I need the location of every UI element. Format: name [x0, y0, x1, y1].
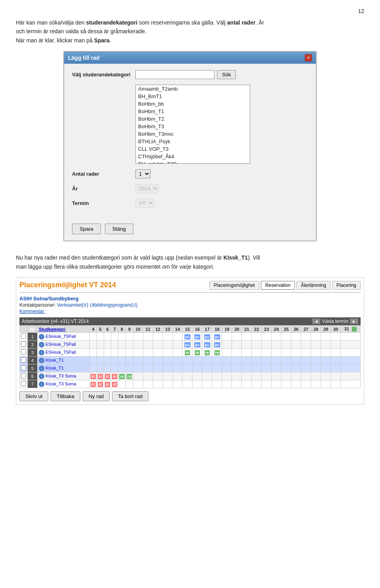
- row-checkbox-6[interactable]: [21, 381, 26, 386]
- spara-button[interactable]: Spara: [72, 224, 101, 234]
- category-item-6[interactable]: BoHbm_T3mvc: [136, 130, 250, 138]
- col-23: 23: [262, 325, 272, 332]
- category-listbox[interactable]: Amaamb_T2ambBH_BmT1BoHbm_bbBoHbm_T1BoHbm…: [135, 85, 250, 164]
- cell-r0w21: [281, 333, 291, 341]
- nav-btn-aterlamnning[interactable]: Återlämning: [296, 281, 331, 290]
- cell-r4w0: [89, 364, 97, 372]
- cell-r4w15: [222, 364, 232, 372]
- col-24: 24: [272, 325, 281, 332]
- cell-r4w5: [125, 364, 133, 372]
- cell-r2w19: [262, 349, 272, 357]
- cell-r0w11: pc: [182, 333, 192, 341]
- stud-link-6[interactable]: KIssk_T3 Soma: [44, 381, 76, 386]
- info-icon-6[interactable]: i: [39, 381, 44, 387]
- cell-r6w20: [272, 380, 281, 388]
- table-row: 7i KIssk_T3 Somaåtåtåtåt: [20, 380, 361, 388]
- cell-r6w4: [118, 380, 126, 388]
- col-19: 19: [222, 325, 232, 332]
- info-icon-4[interactable]: i: [39, 366, 44, 371]
- cell-r2w9: [163, 349, 173, 357]
- antal-rader-select[interactable]: 123: [135, 169, 150, 178]
- cell-r6w10: [173, 380, 182, 388]
- contact-u-link[interactable]: Utbildningsprogram(U): [89, 302, 137, 308]
- cell-r4w13: [202, 364, 212, 372]
- cell-r4w23: [301, 364, 311, 372]
- stang-button[interactable]: Stäng: [105, 224, 133, 234]
- contact-v-link[interactable]: Verksamhet(V): [57, 302, 88, 308]
- row-stud-0: i ESHssk_T5Pall: [37, 333, 89, 341]
- category-item-4[interactable]: BoHbm_T2: [136, 115, 250, 123]
- cell-r6w15: [222, 380, 232, 388]
- ny-rad-button[interactable]: Ny rad: [83, 391, 110, 401]
- category-item-3[interactable]: BoHbm_T1: [136, 108, 250, 115]
- stud-link-2[interactable]: ESHssk_T5Pall: [44, 350, 76, 355]
- row-nr-0: 1: [28, 333, 38, 341]
- row-checkbox-0[interactable]: [21, 334, 26, 339]
- cell-r2w4: [118, 349, 126, 357]
- schedule-tbody: 1i ESHssk_T5Pallpcpcpcpc2i ESHssk_T5Pall…: [20, 333, 361, 388]
- cell-r2w23: [301, 349, 311, 357]
- cell-r4w7: [143, 364, 153, 372]
- stud-kategori-search-input[interactable]: [135, 70, 215, 79]
- stud-link-1[interactable]: ESHssk_T5Pall: [44, 342, 76, 347]
- nav-btn-reservation[interactable]: Reservation: [261, 281, 295, 290]
- cell-r5w23: [301, 372, 311, 380]
- cell-r1w16: [232, 341, 242, 349]
- category-item-10[interactable]: DU_sskdsk_T2D: [136, 160, 250, 164]
- col-12: 12: [153, 325, 163, 332]
- category-item-5[interactable]: BoHbm_T3: [136, 123, 250, 130]
- cell-r5w10: [173, 372, 182, 380]
- comment-label[interactable]: Kommentar:: [19, 309, 361, 314]
- nav-btn-placering[interactable]: Placering: [332, 281, 361, 290]
- category-item-9[interactable]: CTHsjöbef_Åk4: [136, 153, 250, 160]
- cell-r2w12: re: [192, 349, 202, 357]
- cell-r2w13: re: [202, 349, 212, 357]
- col-26: 26: [291, 325, 301, 332]
- category-item-1[interactable]: BH_BmT1: [136, 93, 250, 100]
- table-row: 4i KIssk_T1: [20, 357, 361, 364]
- col-30: 30: [331, 325, 341, 332]
- row-checkbox-1[interactable]: [21, 341, 26, 347]
- row-checkbox-3[interactable]: [21, 357, 26, 362]
- row-checkbox-2[interactable]: [21, 349, 26, 355]
- category-item-2[interactable]: BoHbm_bb: [136, 100, 250, 108]
- ar-select[interactable]: 2014: [135, 184, 159, 193]
- vaxla-prev-button[interactable]: ◄: [312, 319, 321, 324]
- cell-r3w17: [242, 357, 252, 364]
- category-item-8[interactable]: CLL VOP_T3: [136, 145, 250, 153]
- info-icon-5[interactable]: i: [39, 374, 44, 379]
- stud-link-0[interactable]: ESHssk_T5Pall: [44, 334, 76, 339]
- row-checkbox-5[interactable]: [21, 373, 26, 378]
- stud-col-link[interactable]: Studkategori: [39, 327, 65, 332]
- info-icon-3[interactable]: i: [39, 358, 44, 363]
- termin-select[interactable]: VT: [135, 199, 154, 208]
- dialog-close-button[interactable]: ×: [305, 54, 312, 61]
- stud-link-4[interactable]: KIssk_T1: [44, 366, 64, 370]
- info-icon-2[interactable]: i: [39, 350, 44, 355]
- row-checkbox-4[interactable]: [21, 365, 26, 370]
- cell-r4w4: [118, 364, 126, 372]
- cell-r3w8: [153, 357, 163, 364]
- info-icon-1[interactable]: i: [39, 342, 44, 347]
- cell-r6w17: [242, 380, 252, 388]
- cell-r0w7: [143, 333, 153, 341]
- asih-link[interactable]: ASIH Solna/Sundbyberg: [19, 296, 79, 302]
- cell-r4w16: [232, 364, 242, 372]
- ta-bort-rad-button[interactable]: Ta bort rad: [112, 391, 148, 401]
- cell-r4w26: [331, 364, 341, 372]
- vaxla-next-button[interactable]: ►: [350, 319, 358, 324]
- col-8: 8: [118, 325, 126, 332]
- info-icon-0[interactable]: i: [39, 334, 44, 340]
- nav-btn-placeringsmojlighet[interactable]: Placeringsmöjlighet: [209, 281, 259, 290]
- cell-r3w6: [133, 357, 143, 364]
- tillbaka-button[interactable]: Tillbaka: [51, 391, 80, 401]
- cell-r5w7: [143, 372, 153, 380]
- cell-r1w22: [291, 341, 301, 349]
- category-item-7[interactable]: BTHLIA_Psyk: [136, 138, 250, 145]
- stud-link-5[interactable]: KIssk_T3 Soma: [44, 374, 76, 378]
- skriv-ut-button[interactable]: Skriv ut: [19, 391, 48, 401]
- stud-link-3[interactable]: KIssk_T1: [44, 358, 64, 362]
- cell-r3w15: [222, 357, 232, 364]
- category-item-0[interactable]: Amaamb_T2amb: [136, 85, 250, 93]
- sok-button[interactable]: Sök: [217, 70, 236, 79]
